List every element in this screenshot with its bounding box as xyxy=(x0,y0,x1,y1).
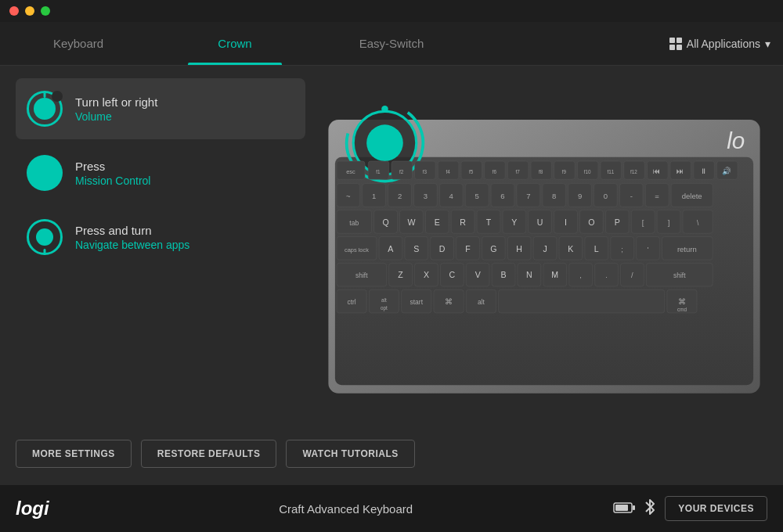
chevron-down-icon: ▾ xyxy=(765,38,770,50)
bluetooth-icon xyxy=(644,498,655,519)
action-turn[interactable]: Turn left or right Volume xyxy=(16,78,305,139)
svg-text:alt: alt xyxy=(478,298,485,306)
svg-text:H: H xyxy=(516,244,522,253)
svg-text:1: 1 xyxy=(372,192,376,200)
svg-text:L: L xyxy=(594,244,599,253)
svg-text:U: U xyxy=(537,217,543,227)
maximize-button[interactable] xyxy=(41,6,50,16)
svg-text:2: 2 xyxy=(398,192,402,200)
svg-text:E: E xyxy=(435,217,440,227)
svg-text:alt: alt xyxy=(381,297,387,303)
svg-text:⌘: ⌘ xyxy=(445,297,453,306)
svg-text:f4: f4 xyxy=(446,169,450,174)
svg-text:Y: Y xyxy=(511,217,517,227)
svg-text:-: - xyxy=(630,192,633,200)
svg-text:[: [ xyxy=(642,218,644,227)
svg-text:6: 6 xyxy=(500,192,504,200)
svg-text:delete: delete xyxy=(682,192,702,200)
tab-bar: Keyboard Crown Easy-Switch All Applicati… xyxy=(0,22,783,66)
svg-text:X: X xyxy=(424,270,429,279)
keyboard-visual: lo esc f1 f2 f3 f4 f5 f xyxy=(321,78,767,410)
tab-crown[interactable]: Crown xyxy=(157,22,313,65)
action-press[interactable]: Press Mission Control xyxy=(16,142,305,203)
press-icon xyxy=(27,155,63,191)
svg-text:⌘: ⌘ xyxy=(678,297,686,306)
svg-text:f3: f3 xyxy=(423,169,428,174)
svg-text:f10: f10 xyxy=(584,169,591,174)
svg-text:P: P xyxy=(615,217,620,227)
svg-text:O: O xyxy=(588,217,594,227)
svg-text:5: 5 xyxy=(474,192,478,200)
action-press-turn[interactable]: Press and turn Navigate between apps xyxy=(16,207,305,268)
footer: logi Craft Advanced Keyboard Your Device… xyxy=(0,485,783,532)
svg-text:f11: f11 xyxy=(607,169,614,174)
watch-tutorials-button[interactable]: Watch Tutorials xyxy=(286,440,414,468)
svg-text:lo: lo xyxy=(727,128,745,153)
minimize-button[interactable] xyxy=(25,6,34,16)
svg-text:f8: f8 xyxy=(539,169,543,174)
svg-text:T: T xyxy=(486,217,492,227)
svg-text:R: R xyxy=(460,217,466,227)
svg-text:ctrl: ctrl xyxy=(347,298,355,306)
turn-icon xyxy=(27,91,63,127)
your-devices-button[interactable]: Your Devices xyxy=(665,496,767,521)
svg-text:f12: f12 xyxy=(630,169,637,174)
svg-text:': ' xyxy=(648,245,649,253)
action-press-subtitle: Mission Control xyxy=(75,174,150,187)
action-turn-subtitle: Volume xyxy=(75,110,157,123)
svg-rect-163 xyxy=(615,505,628,511)
svg-text:tab: tab xyxy=(349,219,359,227)
more-settings-button[interactable]: More Settings xyxy=(16,440,132,468)
action-turn-title: Turn left or right xyxy=(75,95,157,109)
svg-text:D: D xyxy=(439,244,446,253)
svg-text:Z: Z xyxy=(398,270,403,279)
main-content: Turn left or right Volume Press Mission … xyxy=(0,66,783,422)
svg-text:A: A xyxy=(388,244,394,253)
svg-text:esc: esc xyxy=(346,168,355,175)
app-selector[interactable]: All Applications ▾ xyxy=(669,38,770,50)
svg-text:F: F xyxy=(465,244,471,253)
svg-text:caps lock: caps lock xyxy=(345,246,369,253)
svg-text:start: start xyxy=(410,298,424,306)
logi-logo: logi xyxy=(16,498,78,519)
svg-text:,: , xyxy=(579,271,582,279)
svg-text:J: J xyxy=(543,244,547,253)
action-press-title: Press xyxy=(75,160,150,173)
grid-icon xyxy=(669,38,682,50)
action-press-turn-subtitle: Navigate between apps xyxy=(75,239,189,251)
svg-text:9: 9 xyxy=(578,192,582,200)
svg-text:~: ~ xyxy=(346,192,351,200)
svg-text:7: 7 xyxy=(526,192,530,200)
svg-text:🔊: 🔊 xyxy=(722,167,731,176)
svg-text:shift: shift xyxy=(673,271,686,279)
press-turn-icon xyxy=(27,219,63,255)
device-name: Craft Advanced Keyboard xyxy=(78,502,613,516)
svg-text:;: ; xyxy=(621,245,623,253)
svg-text:0: 0 xyxy=(604,192,608,200)
tab-keyboard[interactable]: Keyboard xyxy=(0,22,157,65)
svg-text:.: . xyxy=(605,271,608,279)
svg-text:opt: opt xyxy=(381,305,388,311)
svg-text:C: C xyxy=(449,270,456,279)
svg-text:3: 3 xyxy=(424,192,428,200)
footer-right: Your Devices xyxy=(613,496,767,521)
svg-rect-158 xyxy=(499,289,665,313)
restore-defaults-button[interactable]: Restore Defaults xyxy=(141,440,277,468)
close-button[interactable] xyxy=(9,6,19,16)
svg-point-5 xyxy=(366,124,403,161)
svg-text:V: V xyxy=(475,270,482,279)
bottom-buttons-bar: More Settings Restore Defaults Watch Tut… xyxy=(0,422,783,485)
svg-text:I: I xyxy=(565,217,567,227)
svg-text:G: G xyxy=(490,244,496,253)
battery-icon xyxy=(613,500,635,518)
svg-text:W: W xyxy=(407,217,415,227)
svg-text:M: M xyxy=(551,270,558,279)
tab-easy-switch[interactable]: Easy-Switch xyxy=(313,22,470,65)
svg-text:cmd: cmd xyxy=(677,307,687,312)
svg-text:=: = xyxy=(655,192,659,200)
svg-text:⏭: ⏭ xyxy=(677,167,684,175)
svg-text:return: return xyxy=(677,245,697,253)
keyboard-svg: lo esc f1 f2 f3 f4 f5 f xyxy=(321,78,767,410)
svg-text:N: N xyxy=(526,270,532,279)
svg-text:8: 8 xyxy=(552,192,556,200)
